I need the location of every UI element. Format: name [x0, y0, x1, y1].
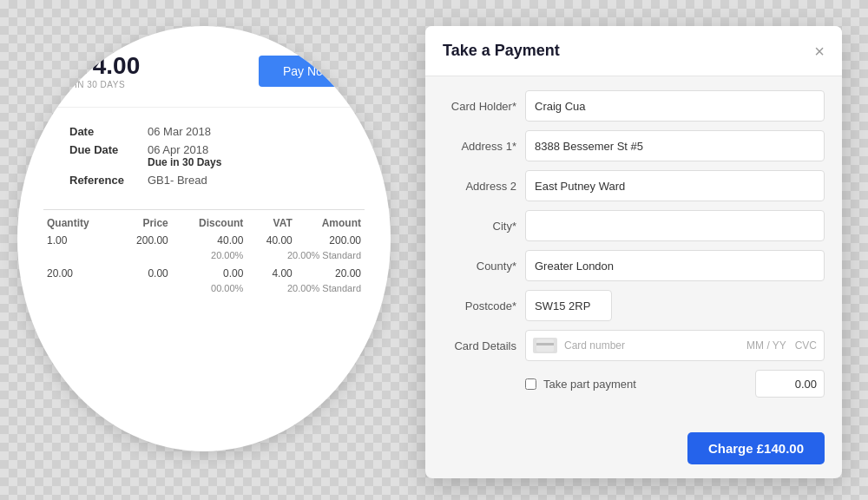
date-value: 06 Mar 2018	[148, 125, 211, 138]
table-header-row: Quantity Price Discount VAT Amount	[43, 210, 365, 234]
card-details-label: Card Details	[443, 339, 525, 352]
date-label: Date	[69, 125, 148, 138]
invoice-header: £274.00 DUE IN 30 DAYS Pay Now	[17, 26, 391, 108]
invoice-amount-section: £274.00 DUE IN 30 DAYS	[52, 52, 140, 89]
table-row: 1.00 200.00 40.00 40.00 200.00	[43, 233, 365, 248]
postcode-label: Postcode*	[443, 299, 525, 312]
invoice-due-label: DUE IN 30 DAYS	[52, 80, 140, 89]
address1-label: Address 1*	[443, 140, 525, 153]
address2-input[interactable]	[525, 170, 825, 201]
modal-title: Take a Payment	[443, 42, 560, 60]
postcode-input[interactable]	[525, 290, 612, 321]
part-payment-amount-input[interactable]	[755, 370, 825, 398]
postcode-row: Postcode*	[443, 290, 825, 321]
col-discount: Discount	[172, 210, 247, 234]
invoice-date-row: Date 06 Mar 2018	[69, 125, 339, 138]
county-input[interactable]	[525, 250, 825, 281]
card-details-row: Card Details Card number MM / YY CVC	[443, 330, 825, 361]
invoice-details: Date 06 Mar 2018 Due Date 06 Apr 2018 Du…	[17, 116, 391, 201]
invoice-table: Quantity Price Discount VAT Amount 1.00 …	[43, 209, 365, 299]
county-row: County*	[443, 250, 825, 281]
invoice-table-section: Quantity Price Discount VAT Amount 1.00 …	[17, 201, 391, 299]
invoice-preview: £274.00 DUE IN 30 DAYS Pay Now Date 06 M…	[17, 26, 391, 451]
table-sub-row-2: 00.00% 20.00% Standard	[43, 281, 365, 299]
invoice-due-date-row: Due Date 06 Apr 2018 Due in 30 Days	[69, 143, 339, 168]
city-input[interactable]	[525, 210, 825, 241]
invoice-total: £274.00	[52, 52, 140, 80]
card-holder-input[interactable]	[525, 90, 825, 122]
pay-now-button[interactable]: Pay Now	[259, 56, 356, 87]
due-date-label: Due Date	[69, 143, 148, 168]
close-button[interactable]: ×	[814, 43, 825, 60]
take-payment-modal: Take a Payment × Card Holder* Address 1*…	[425, 26, 842, 478]
invoice-reference-row: Reference GB1- Bread	[69, 174, 339, 187]
modal-body: Card Holder* Address 1* Address 2 City* …	[425, 76, 842, 425]
address1-row: Address 1*	[443, 130, 825, 161]
charge-button[interactable]: Charge £140.00	[687, 432, 825, 464]
city-row: City*	[443, 210, 825, 241]
col-amount: Amount	[296, 210, 365, 234]
card-number-placeholder: Card number	[564, 339, 746, 352]
reference-value: GB1- Bread	[148, 174, 207, 187]
card-expiry-cvc: MM / YY CVC	[746, 339, 817, 352]
part-payment-row: Take part payment	[443, 370, 825, 398]
svg-rect-1	[536, 343, 554, 345]
county-label: County*	[443, 260, 525, 273]
address2-row: Address 2	[443, 170, 825, 201]
part-payment-checkbox[interactable]	[525, 378, 536, 390]
table-sub-row: 20.00% 20.00% Standard	[43, 248, 365, 266]
part-payment-label: Take part payment	[543, 378, 755, 391]
address1-input[interactable]	[525, 130, 825, 161]
card-brand-icon	[533, 338, 557, 353]
col-vat: VAT	[247, 210, 295, 234]
card-holder-row: Card Holder*	[443, 90, 825, 122]
card-input-wrapper[interactable]: Card number MM / YY CVC	[525, 330, 825, 361]
col-price: Price	[115, 210, 172, 234]
due-date-value: 06 Apr 2018 Due in 30 Days	[148, 143, 221, 168]
card-holder-label: Card Holder*	[443, 100, 525, 113]
modal-header: Take a Payment ×	[425, 26, 842, 76]
reference-label: Reference	[69, 174, 148, 187]
address2-label: Address 2	[443, 180, 525, 193]
col-quantity: Quantity	[43, 210, 115, 234]
table-row: 20.00 0.00 0.00 4.00 20.00	[43, 266, 365, 281]
modal-footer: Charge £140.00	[425, 425, 842, 478]
city-label: City*	[443, 220, 525, 233]
